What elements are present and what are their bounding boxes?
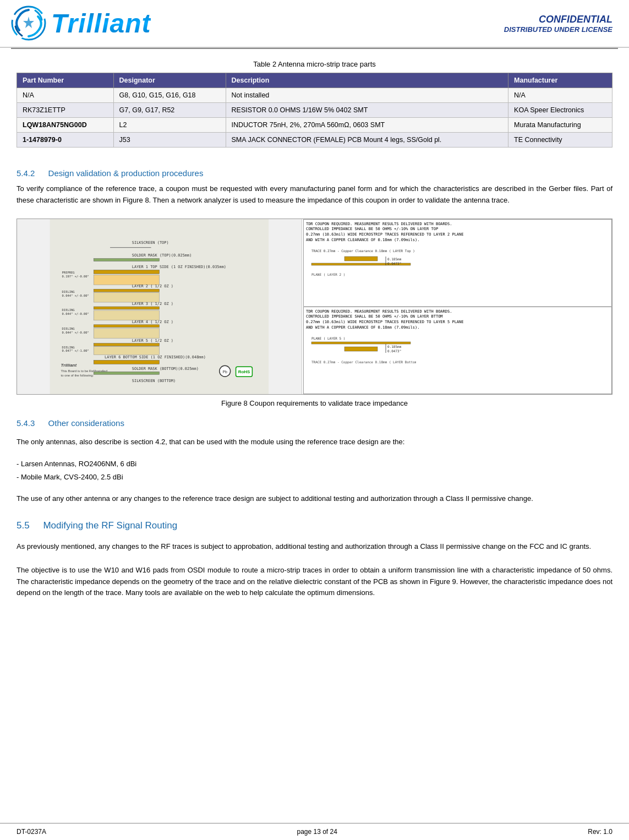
svg-text:SOLDER MASK (TOP)(0.025mm): SOLDER MASK (TOP)(0.025mm): [132, 253, 192, 257]
logo-icon: [11, 6, 47, 41]
svg-rect-24: [94, 310, 159, 320]
figure-8-container: Trilliant This Board is to be Ref/Instal…: [0, 213, 629, 413]
page-number: page 13 of 24: [297, 828, 337, 836]
svg-text:RoHS: RoHS: [238, 369, 250, 374]
section-55-heading: 5.5 Modifying the RF Signal Routing: [17, 520, 612, 531]
svg-text:0.044" +/-0.00": 0.044" +/-0.00": [62, 312, 89, 315]
svg-text:DIELING: DIELING: [62, 326, 75, 330]
antenna-list: - Larsen Antennas, RO2406NM, 6 dBi- Mobi…: [0, 457, 629, 483]
figure-8-image: Trilliant This Board is to be Ref/Instal…: [17, 219, 612, 395]
list-item: - Mobile Mark, CVS-2400, 2.5 dBi: [17, 471, 612, 483]
svg-rect-36: [94, 360, 159, 364]
confidential-block: CONFIDENTIAL DISTRIBUTED UNDER LICENSE: [504, 14, 612, 34]
logo-text: Trilliant: [51, 8, 151, 39]
svg-text:0.0473": 0.0473": [387, 349, 401, 353]
page-header: Trilliant CONFIDENTIAL DISTRIBUTED UNDER…: [0, 0, 629, 48]
svg-rect-21: [94, 307, 159, 309]
svg-rect-34: [94, 346, 159, 354]
revision: Rev: 1.0: [588, 828, 612, 836]
svg-rect-9: [94, 258, 159, 261]
svg-rect-11: [94, 270, 159, 274]
svg-text:LAYER 3 ( 1/2 OZ ): LAYER 3 ( 1/2 OZ ): [132, 302, 173, 306]
coupon-top-text: TDR COUPON REQUIRED. MEASUREMENT RESULTS…: [303, 219, 612, 307]
svg-text:LAYER 1 TOP SIDE (1 OZ FINISHE: LAYER 1 TOP SIDE (1 OZ FINISHED)(0.035mm…: [132, 265, 226, 269]
figure-8-caption: Figure 8 Coupon requirements to validate…: [221, 399, 408, 407]
svg-text:Pb: Pb: [222, 370, 227, 374]
svg-text:TRACE 0.27mm - Copper Clearanc: TRACE 0.27mm - Copper Clearance 0.18mm (…: [311, 360, 416, 364]
section-55-para2: The objective is to use the W10 and W16 …: [0, 565, 629, 599]
pcb-diagram-svg: Trilliant This Board is to be Ref/Instal…: [17, 219, 302, 394]
coupon-bottom-diagram: PLANE ( LAYER 5 ) 0.185mm 0.0473" TRACE …: [306, 333, 416, 377]
section-542-heading: 5.4.2 Design validation & production pro…: [17, 168, 612, 178]
col-part-number: Part Number: [17, 73, 114, 88]
section-543-intro: The only antennas, also describe is sect…: [0, 437, 629, 448]
section-55: 5.5 Modifying the RF Signal Routing: [0, 511, 629, 536]
section-55-para1: As previously mentioned, any changes to …: [0, 541, 629, 553]
svg-text:PREPREG: PREPREG: [62, 271, 75, 274]
svg-text:SILKSCREEN (BOTTOM): SILKSCREEN (BOTTOM): [132, 379, 176, 383]
svg-text:LAYER 5 ( 1/2 OZ ): LAYER 5 ( 1/2 OZ ): [132, 338, 173, 342]
svg-rect-14: [94, 275, 159, 285]
svg-rect-16: [94, 289, 159, 292]
table-section: Table 2 Antenna micro-strip trace parts …: [0, 49, 629, 159]
svg-text:0.197" +/-0.00": 0.197" +/-0.00": [62, 275, 89, 278]
distributed-text: DISTRIBUTED UNDER LICENSE: [504, 25, 612, 34]
svg-text:to one of the following:: to one of the following:: [61, 374, 94, 377]
table-caption: Table 2 Antenna micro-strip trace parts: [17, 60, 612, 68]
page-footer: DT-0237A page 13 of 24 Rev: 1.0: [0, 823, 629, 840]
confidential-title: CONFIDENTIAL: [504, 14, 612, 25]
coupon-left-diagram: Trilliant This Board is to be Ref/Instal…: [17, 219, 302, 394]
section-542-body: To verify compliance of the reference tr…: [0, 183, 629, 206]
col-designator: Designator: [113, 73, 226, 88]
svg-rect-31: [94, 343, 159, 346]
table-row: N/AG8, G10, G15, G16, G18Not installedN/…: [17, 88, 612, 103]
parts-table: Part Number Designator Description Manuf…: [17, 73, 612, 148]
section-543-heading: 5.4.3 Other considerations: [17, 418, 612, 428]
col-description: Description: [226, 73, 508, 88]
svg-rect-26: [94, 324, 159, 327]
svg-text:0.185mm: 0.185mm: [387, 345, 402, 348]
svg-marker-1: [23, 17, 34, 28]
logo: Trilliant: [11, 6, 151, 41]
svg-text:0.044" +/-0.00": 0.044" +/-0.00": [62, 294, 89, 297]
svg-text:0.0473": 0.0473": [387, 261, 401, 265]
svg-text:0.047" +/-1.00": 0.047" +/-1.00": [62, 349, 89, 352]
doc-number: DT-0237A: [17, 828, 46, 836]
table-row: 1-1478979-0J53SMA JACK CONNECTOR (FEMALE…: [17, 133, 612, 148]
svg-rect-45: [344, 257, 378, 261]
svg-text:PLANE ( LAYER 2 ): PLANE ( LAYER 2 ): [311, 272, 345, 276]
svg-text:TRACE 0.27mm - Copper Clearanc: TRACE 0.27mm - Copper Clearance 0.18mm (…: [311, 249, 415, 253]
svg-rect-53: [344, 347, 378, 351]
section-543: 5.4.3 Other considerations: [0, 413, 629, 431]
svg-rect-52: [311, 342, 411, 344]
coupon-bottom-text: TDR COUPON REQUIRED. MEASUREMENT RESULTS…: [303, 307, 612, 394]
svg-text:LAYER 6 BOTTOM SIDE (1 OZ FINI: LAYER 6 BOTTOM SIDE (1 OZ FINISHED)(0.04…: [105, 355, 206, 359]
coupon-right-text: TDR COUPON REQUIRED. MEASUREMENT RESULTS…: [303, 219, 612, 394]
table-row: LQW18AN75NG00DL2INDUCTOR 75nH, 2%, 270mA…: [17, 118, 612, 133]
table-row: RK73Z1ETTPG7, G9, G17, R52RESISTOR 0.0 O…: [17, 103, 612, 118]
list-item: - Larsen Antennas, RO2406NM, 6 dBi: [17, 457, 612, 470]
svg-text:SOLDER MASK (BOTTOM)(0.025mm): SOLDER MASK (BOTTOM)(0.025mm): [132, 367, 199, 371]
coupon-top-diagram: TRACE 0.27mm - Copper Clearance 0.18mm (…: [306, 246, 416, 290]
svg-rect-19: [94, 292, 159, 302]
svg-text:DIELING: DIELING: [62, 308, 75, 312]
svg-rect-29: [94, 328, 159, 338]
col-manufacturer: Manufacturer: [508, 73, 612, 88]
svg-text:0.185mm: 0.185mm: [387, 257, 402, 261]
svg-text:SILKSCREEN (TOP): SILKSCREEN (TOP): [132, 240, 169, 244]
svg-text:DIELING: DIELING: [62, 290, 75, 293]
svg-text:LAYER 2 ( 1/2 OZ ): LAYER 2 ( 1/2 OZ ): [132, 284, 173, 288]
section-543-closing: The use of any other antenna or any chan…: [0, 493, 629, 505]
svg-text:DIELING: DIELING: [62, 345, 75, 348]
svg-text:Trilliant: Trilliant: [61, 363, 77, 368]
svg-text:LAYER 4 ( 1/2 OZ ): LAYER 4 ( 1/2 OZ ): [132, 319, 173, 324]
svg-rect-38: [94, 372, 159, 374]
svg-text:PLANE ( LAYER 5 ): PLANE ( LAYER 5 ): [311, 336, 345, 340]
svg-text:0.044" +/-0.00": 0.044" +/-0.00": [62, 330, 89, 334]
section-542: 5.4.2 Design validation & production pro…: [0, 159, 629, 183]
